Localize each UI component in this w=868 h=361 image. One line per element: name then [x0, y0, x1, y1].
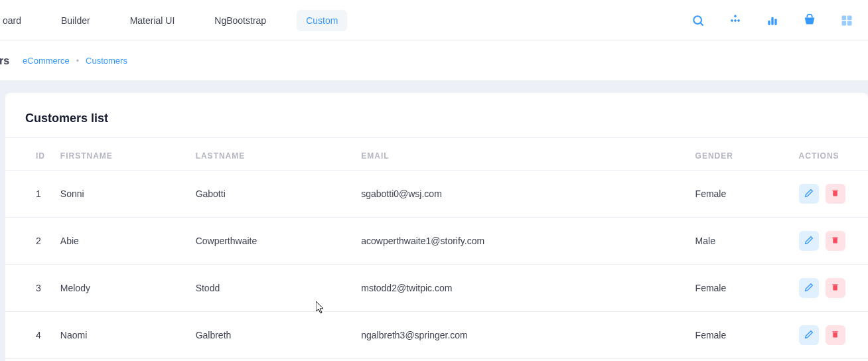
cell-firstname: Melody — [54, 265, 189, 312]
grid-icon[interactable] — [837, 11, 856, 30]
cell-gender: Female — [689, 265, 792, 312]
cell-id: 3 — [5, 265, 54, 312]
col-header-email[interactable]: EMAIL — [354, 138, 688, 171]
delete-button[interactable] — [826, 231, 845, 251]
svg-rect-19 — [833, 332, 837, 338]
card-title: Customers list — [25, 111, 848, 125]
svg-rect-17 — [833, 285, 837, 291]
edit-button[interactable] — [799, 325, 819, 345]
edit-icon — [804, 236, 814, 247]
cart-icon[interactable] — [800, 11, 819, 30]
breadcrumb-customers[interactable]: Customers — [86, 56, 127, 66]
tab-material-ui[interactable]: Material UI — [121, 10, 184, 31]
table-row: 4NaomiGalbrethngalbreth3@springer.comFem… — [5, 312, 868, 359]
tab-dashboard-partial[interactable]: oard — [0, 10, 31, 31]
svg-point-0 — [693, 16, 701, 24]
edit-icon — [804, 188, 814, 200]
cell-email: ngalbreth3@springer.com — [354, 312, 688, 359]
apps-icon[interactable] — [726, 11, 745, 30]
customers-card: Customers list ID FIRSTNAME LASTNAME EMA… — [5, 93, 868, 361]
breadcrumb-separator: • — [76, 56, 79, 66]
cell-firstname: Abie — [54, 218, 189, 265]
cell-lastname: Stodd — [189, 265, 355, 312]
edit-icon — [804, 330, 814, 341]
cell-gender: Female — [689, 171, 792, 218]
customers-table: ID FIRSTNAME LASTNAME EMAIL GENDER ACTIO… — [5, 138, 868, 359]
col-header-gender[interactable]: GENDER — [689, 138, 792, 171]
col-header-id[interactable]: ID — [5, 138, 54, 171]
cell-gender: Male — [689, 218, 792, 265]
cell-id: 4 — [5, 312, 54, 359]
trash-icon — [831, 330, 839, 340]
svg-rect-15 — [833, 238, 837, 244]
cell-id: 2 — [5, 218, 54, 265]
tab-custom[interactable]: Custom — [297, 10, 347, 31]
cell-lastname: Gabotti — [189, 171, 355, 218]
page-title-partial: ers — [0, 55, 9, 67]
delete-button[interactable] — [826, 278, 845, 298]
svg-rect-13 — [833, 191, 837, 196]
delete-button[interactable] — [826, 325, 845, 345]
chart-icon[interactable] — [763, 11, 782, 30]
svg-rect-18 — [832, 284, 838, 285]
trash-icon — [831, 283, 839, 293]
svg-rect-10 — [847, 15, 852, 20]
edit-button[interactable] — [799, 278, 819, 298]
cell-gender: Female — [689, 312, 792, 359]
trash-icon — [831, 188, 839, 199]
edit-button[interactable] — [799, 231, 819, 251]
breadcrumb: eCommerce • Customers — [23, 56, 127, 66]
svg-rect-16 — [832, 237, 838, 238]
svg-rect-5 — [734, 19, 737, 22]
cell-firstname: Sonni — [54, 171, 189, 218]
svg-rect-8 — [774, 19, 776, 25]
svg-rect-2 — [734, 14, 737, 17]
delete-button[interactable] — [826, 184, 845, 204]
col-header-lastname[interactable]: LASTNAME — [189, 138, 355, 171]
cell-id: 1 — [5, 171, 54, 218]
svg-rect-9 — [842, 15, 847, 20]
table-row: 1SonniGabottisgabotti0@wsj.comFemale — [5, 171, 868, 218]
svg-rect-12 — [847, 21, 852, 25]
svg-line-1 — [701, 23, 703, 25]
breadcrumb-ecommerce[interactable]: eCommerce — [23, 56, 70, 66]
svg-rect-20 — [832, 331, 838, 332]
tab-builder[interactable]: Builder — [52, 10, 100, 31]
tab-ngbootstrap[interactable]: NgBootstrap — [205, 10, 275, 31]
edit-icon — [804, 283, 814, 294]
cell-email: acowperthwaite1@storify.com — [354, 218, 688, 265]
trash-icon — [831, 236, 839, 246]
col-header-firstname[interactable]: FIRSTNAME — [54, 138, 189, 171]
cell-lastname: Galbreth — [189, 312, 355, 359]
svg-rect-7 — [771, 17, 773, 25]
cell-lastname: Cowperthwaite — [189, 218, 355, 265]
table-row: 3MelodyStoddmstodd2@twitpic.comFemale — [5, 265, 868, 312]
cell-email: mstodd2@twitpic.com — [354, 265, 688, 312]
search-icon[interactable] — [689, 11, 707, 30]
cell-firstname: Naomi — [54, 312, 189, 359]
col-header-actions: ACTIONS — [792, 138, 868, 171]
cell-email: sgabotti0@wsj.com — [354, 171, 688, 218]
svg-rect-14 — [832, 190, 838, 190]
svg-rect-11 — [842, 21, 847, 25]
svg-rect-3 — [731, 19, 734, 22]
svg-rect-4 — [737, 19, 741, 22]
edit-button[interactable] — [799, 184, 819, 204]
svg-rect-6 — [768, 21, 770, 25]
top-nav-tabs: oard Builder Material UI NgBootstrap Cus… — [0, 10, 347, 31]
table-row: 2AbieCowperthwaiteacowperthwaite1@storif… — [5, 218, 868, 265]
